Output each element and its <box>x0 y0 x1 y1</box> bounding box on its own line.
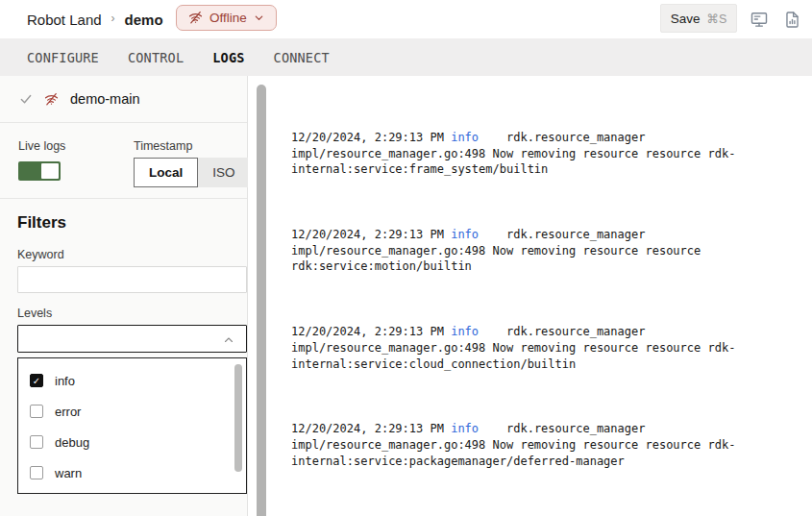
level-option-label: warn <box>55 466 82 480</box>
timestamp-format-segmented: Local ISO <box>134 158 250 187</box>
tab-configure[interactable]: CONFIGURE <box>27 50 99 65</box>
checkbox[interactable] <box>30 374 43 387</box>
log-entry: 12/20/2024, 2:29:13 PM info rdk.resource… <box>291 227 812 275</box>
wifi-off-icon <box>188 11 203 25</box>
breadcrumb: Robot Land › demo <box>27 0 163 38</box>
level-option[interactable]: warn <box>18 457 246 488</box>
tab-logs[interactable]: LOGS <box>212 50 244 65</box>
log-entry: 12/20/2024, 2:29:13 PM info rdk.resource… <box>291 324 812 372</box>
log-timestamp: 12/20/2024, 2:29:13 PM <box>291 325 451 338</box>
log-timestamp: 12/20/2024, 2:29:13 PM <box>291 422 451 435</box>
log-level: info <box>451 228 479 241</box>
level-option[interactable]: info <box>18 365 246 396</box>
log-level: info <box>451 325 479 338</box>
level-option-label: error <box>55 405 81 419</box>
breadcrumb-machine-name: demo <box>125 12 163 28</box>
log-timestamp: 12/20/2024, 2:29:13 PM <box>291 228 451 241</box>
monitor-icon[interactable] <box>749 9 770 30</box>
status-badge-label: Offline <box>209 11 247 25</box>
logs-sidebar: demo-main Live logs Timestamp Local ISO … <box>0 76 248 516</box>
timestamp-option-iso[interactable]: ISO <box>198 158 249 187</box>
breadcrumb-separator-icon: › <box>111 12 115 25</box>
log-timestamp: 12/20/2024, 2:29:13 PM <box>291 131 451 144</box>
keyword-label: Keyword <box>17 248 64 261</box>
save-button[interactable]: Save ⌘S <box>660 4 737 33</box>
live-logs-toggle[interactable] <box>18 161 61 181</box>
chevron-down-icon <box>254 12 264 23</box>
log-level: info <box>451 131 479 144</box>
levels-label: Levels <box>17 307 52 320</box>
log-output-panel: 12/20/2024, 2:29:13 PM info rdk.resource… <box>248 76 812 516</box>
chevron-up-icon <box>223 334 234 346</box>
toggle-knob <box>41 163 59 179</box>
checkbox[interactable] <box>30 466 43 479</box>
machine-logs-page: Robot Land › demo Offline <box>0 0 812 516</box>
breadcrumb-org-link[interactable]: Robot Land <box>27 12 102 28</box>
tab-control[interactable]: CONTROL <box>128 50 184 65</box>
timestamp-label: Timestamp <box>134 139 192 153</box>
checkbox[interactable] <box>30 435 43 449</box>
wifi-off-icon <box>44 92 59 107</box>
save-shortcut-hint: ⌘S <box>706 12 726 26</box>
part-row-demo-main[interactable]: demo-main <box>0 76 247 123</box>
machine-status-dropdown[interactable]: Offline <box>176 5 277 31</box>
levels-dropdown: info error debug warn <box>17 357 247 494</box>
live-logs-label: Live logs <box>18 139 65 153</box>
keyword-input[interactable] <box>17 266 247 293</box>
file-chart-icon[interactable] <box>781 9 802 30</box>
levels-select[interactable] <box>17 325 247 353</box>
tab-connect[interactable]: CONNECT <box>274 50 330 65</box>
dropdown-scrollbar[interactable] <box>234 362 242 487</box>
log-scrollbar-thumb[interactable] <box>257 85 266 516</box>
dropdown-scrollbar-thumb[interactable] <box>234 364 242 472</box>
level-option[interactable]: debug <box>18 427 246 457</box>
filters-title: Filters <box>17 213 66 233</box>
save-button-label: Save <box>671 12 701 26</box>
part-name: demo-main <box>70 91 140 107</box>
tab-bar: CONFIGURE CONTROL LOGS CONNECT <box>0 38 812 76</box>
level-option[interactable]: error <box>18 396 246 427</box>
timestamp-option-local[interactable]: Local <box>134 158 198 187</box>
log-entry: 12/20/2024, 2:29:13 PM info rdk.resource… <box>291 130 812 178</box>
checkbox[interactable] <box>30 405 43 418</box>
levels-option-list: info error debug warn <box>18 358 246 488</box>
log-entry: 12/20/2024, 2:29:13 PM info rdk.resource… <box>291 421 812 469</box>
log-controls: Live logs Timestamp Local ISO <box>0 123 247 199</box>
log-level: info <box>451 422 479 435</box>
header: Robot Land › demo Offline <box>0 0 812 38</box>
level-option-label: debug <box>55 435 89 450</box>
level-option-partial[interactable] <box>18 488 246 494</box>
level-option-label: info <box>55 374 75 388</box>
log-lines: 12/20/2024, 2:29:13 PM info rdk.resource… <box>291 98 812 516</box>
check-icon <box>19 92 33 106</box>
